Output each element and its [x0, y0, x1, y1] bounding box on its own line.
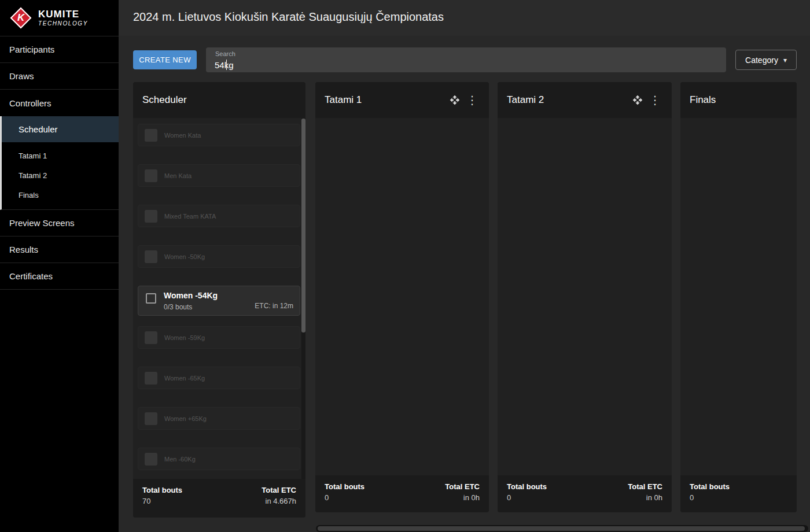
tatami-2-panel: Tatami 2 ⋮ Total bouts 0 Total ETC in 0h: [498, 82, 672, 512]
scheduler-card-list: Women Kata Men Kata Mixed Team KATA Wome…: [133, 118, 305, 479]
kebab-menu-icon[interactable]: ⋮: [646, 91, 664, 109]
category-card-label: Women -65Kg: [164, 375, 205, 382]
category-card[interactable]: Women -50Kg: [138, 245, 300, 268]
sidebar-nav: Participants Draws Controllers Scheduler…: [0, 36, 119, 290]
total-etc-label: Total ETC: [262, 486, 296, 494]
scrollbar-thumb[interactable]: [301, 119, 305, 332]
sidebar-item-preview-screens[interactable]: Preview Screens: [0, 210, 119, 237]
total-etc-label: Total ETC: [628, 482, 662, 491]
brand-logo: K KUMITE TECHNOLOGY: [0, 0, 119, 36]
category-card[interactable]: Women -59Kg: [138, 326, 300, 349]
total-bouts-label: Total bouts: [325, 482, 365, 491]
sidebar: K KUMITE TECHNOLOGY Participants Draws C…: [0, 0, 119, 532]
category-card-label: Women Kata: [164, 132, 201, 139]
total-bouts-label: Total bouts: [507, 482, 547, 491]
finals-panel: Finals Total bouts 0: [680, 82, 797, 512]
sidebar-item-tatami-2[interactable]: Tatami 2: [2, 165, 119, 185]
sidebar-item-finals[interactable]: Finals: [2, 185, 119, 205]
create-new-button[interactable]: CREATE NEW: [133, 50, 197, 69]
category-card-label: Men Kata: [164, 172, 192, 179]
finals-panel-title: Finals: [690, 94, 789, 106]
scheduler-panel-title: Scheduler: [142, 94, 297, 106]
tatami-2-panel-title: Tatami 2: [507, 94, 629, 106]
total-bouts-label: Total bouts: [690, 482, 730, 491]
sidebar-item-certificates[interactable]: Certificates: [0, 263, 119, 290]
main-area: 2024 m. Lietuvos Kiokušin Karatė Suaugus…: [119, 0, 810, 532]
checkbox-placeholder-icon: [145, 250, 157, 263]
total-bouts-label: Total bouts: [142, 486, 182, 494]
sidebar-item-tatami-1[interactable]: Tatami 1: [2, 146, 119, 165]
logo-letter: K: [17, 12, 24, 24]
checkbox-placeholder-icon: [145, 331, 157, 344]
total-etc-label: Total ETC: [445, 482, 480, 491]
total-bouts-value: 0: [690, 493, 730, 502]
category-card[interactable]: Women +65Kg: [138, 407, 300, 430]
open-with-move-icon[interactable]: [629, 91, 646, 109]
tatami-1-panel-header: Tatami 1 ⋮: [315, 82, 489, 118]
sidebar-item-draws[interactable]: Draws: [0, 63, 119, 90]
tatami-2-panel-footer: Total bouts 0 Total ETC in 0h: [498, 475, 672, 512]
checkbox-placeholder-icon: [145, 129, 157, 142]
checkbox[interactable]: [146, 293, 156, 304]
kebab-menu-icon[interactable]: ⋮: [463, 91, 481, 109]
app-header: 2024 m. Lietuvos Kiokušin Karatė Suaugus…: [119, 0, 810, 36]
caret-down-icon: ▾: [783, 56, 787, 64]
tatami-1-panel-title: Tatami 1: [325, 94, 446, 106]
kumite-logo-icon: K: [8, 5, 34, 31]
sidebar-item-results[interactable]: Results: [0, 237, 119, 263]
category-card-title: Women -54Kg: [164, 291, 218, 300]
scheduler-vertical-scrollbar[interactable]: [301, 118, 305, 479]
category-card-label: Women -50Kg: [164, 253, 205, 260]
search-input-value: 54kg: [215, 60, 234, 70]
tatami-1-panel-footer: Total bouts 0 Total ETC in 0h: [315, 475, 489, 512]
checkbox-placeholder-icon: [145, 169, 157, 182]
scheduler-panel: Scheduler Women Kata Men Kata Mixed Team…: [133, 82, 305, 518]
tatami-2-panel-header: Tatami 2 ⋮: [498, 82, 672, 118]
category-card[interactable]: Women -65Kg: [138, 367, 300, 389]
category-dropdown-button[interactable]: Category ▾: [735, 50, 797, 70]
category-card-label: Men -60Kg: [164, 456, 196, 463]
category-card-label: Women -59Kg: [164, 334, 205, 341]
search-input[interactable]: Search 54kg: [206, 47, 726, 72]
checkbox-placeholder-icon: [145, 453, 157, 466]
total-etc-value: in 0h: [445, 493, 480, 502]
finals-panel-footer: Total bouts 0: [680, 475, 797, 512]
brand-subtitle: TECHNOLOGY: [38, 20, 88, 27]
open-with-move-icon[interactable]: [446, 91, 463, 109]
page-title: 2024 m. Lietuvos Kiokušin Karatė Suaugus…: [133, 10, 444, 24]
total-etc-value: in 0h: [628, 493, 662, 502]
total-bouts-value: 70: [142, 497, 182, 505]
scrollbar-thumb[interactable]: [318, 526, 805, 531]
scheduler-panel-footer: Total bouts 70 Total ETC in 4.667h: [133, 479, 305, 518]
category-card[interactable]: Men Kata: [138, 164, 300, 187]
search-input-label: Search: [215, 50, 235, 57]
category-card-active[interactable]: Women -54Kg 0/3 bouts ETC: in 12m: [138, 286, 300, 316]
category-card-etc: ETC: in 12m: [255, 302, 293, 310]
category-card-label: Mixed Team KATA: [164, 213, 216, 220]
category-card-label: Women +65Kg: [164, 415, 207, 422]
sidebar-item-participants[interactable]: Participants: [0, 36, 119, 63]
sidebar-controllers-submenu: Scheduler Tatami 1 Tatami 2 Finals: [0, 116, 119, 210]
category-card-bouts: 0/3 bouts: [164, 303, 218, 311]
checkbox-placeholder-icon: [145, 210, 157, 223]
text-cursor: [226, 60, 227, 70]
checkbox-placeholder-icon: [145, 412, 157, 425]
total-etc-value: in 4.667h: [262, 497, 296, 505]
horizontal-scrollbar[interactable]: [316, 525, 808, 532]
total-bouts-value: 0: [325, 493, 365, 502]
category-dropdown-label: Category: [745, 56, 778, 65]
category-card[interactable]: Women Kata: [138, 124, 300, 146]
sidebar-item-scheduler[interactable]: Scheduler: [2, 116, 119, 142]
tatami-1-panel: Tatami 1 ⋮ Total bouts 0 Total ETC in 0h: [315, 82, 489, 512]
scheduler-panel-header: Scheduler: [133, 82, 305, 118]
brand-name: KUMITE: [38, 9, 88, 20]
category-card[interactable]: Mixed Team KATA: [138, 205, 300, 227]
category-card[interactable]: Men -60Kg: [138, 448, 300, 470]
total-bouts-value: 0: [507, 493, 547, 502]
sidebar-item-controllers[interactable]: Controllers: [0, 90, 119, 116]
finals-panel-header: Finals: [680, 82, 797, 118]
checkbox-placeholder-icon: [145, 372, 157, 385]
